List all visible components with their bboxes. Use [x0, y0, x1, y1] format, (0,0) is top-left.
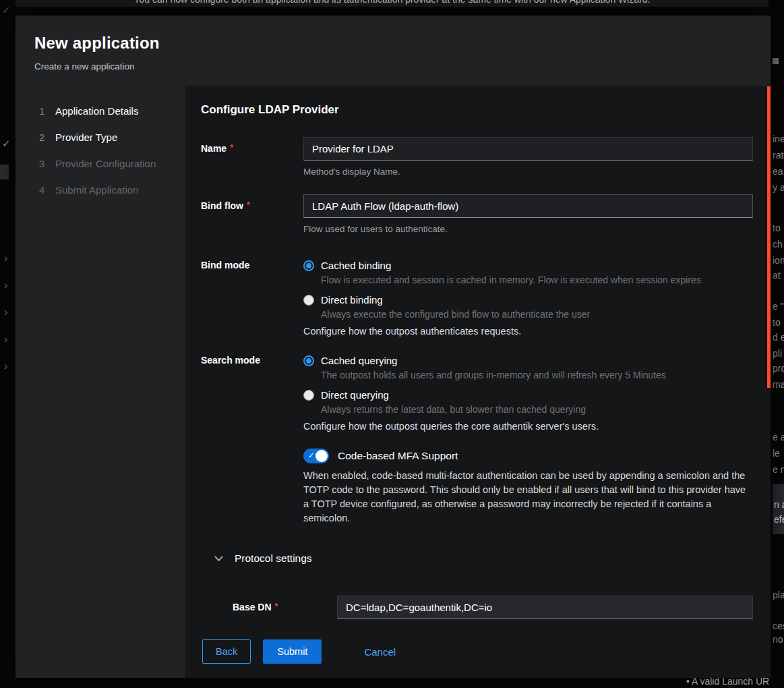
bind-flow-select[interactable] [303, 194, 753, 218]
step-number: 2 [39, 132, 55, 143]
option-label[interactable]: Direct querying [321, 388, 389, 403]
background-text-fragment: pro [773, 363, 784, 374]
step-number: 4 [39, 184, 55, 196]
background-text-fragment: › [4, 333, 7, 345]
background-text-fragment: ion [773, 255, 784, 266]
bind-mode-form-row: Bind mode Cached binding Flow is execute… [201, 258, 753, 338]
toggle-check-icon: ✓ [308, 451, 314, 460]
cancel-button[interactable]: Cancel [364, 646, 396, 658]
step-number: 3 [39, 158, 55, 169]
background-text-fragment: to [773, 317, 781, 328]
background-text-fragment: at [773, 270, 781, 281]
option-label[interactable]: Cached binding [321, 258, 391, 273]
modal-title: New application [34, 34, 752, 53]
bind-flow-form-row: Bind flow* Flow used for users to authen… [201, 194, 753, 234]
modal-body: 1 Application Details 2 Provider Type 3 … [16, 86, 771, 678]
search-mode-label: Search mode [201, 353, 303, 433]
radio-unselected-icon[interactable] [303, 295, 314, 306]
search-mode-form-row: Search mode Cached querying The outpost … [201, 353, 753, 433]
wizard-step-application-details[interactable]: 1 Application Details [16, 98, 185, 124]
radio-selected-icon[interactable] [303, 355, 314, 366]
wizard-footer: Back Submit Cancel [201, 619, 753, 664]
background-text-fragment: ch [773, 239, 783, 250]
required-asterisk: * [230, 143, 233, 152]
background-text-fragment: › [4, 306, 7, 318]
radio-option-direct-binding[interactable]: Direct binding [303, 293, 753, 308]
bind-mode-label: Bind mode [201, 258, 303, 338]
announcement-banner: You can now configure both an applicatio… [16, 0, 768, 7]
base-dn-form-row: Base DN* [233, 596, 753, 619]
back-button[interactable]: Back [202, 639, 251, 664]
background-text-fragment: pla [773, 590, 784, 600]
background-text-fragment: no [773, 634, 783, 645]
radio-option-cached-querying[interactable]: Cached querying [303, 353, 753, 368]
protocol-settings-toggle[interactable]: Protocol settings [214, 551, 753, 566]
bind-flow-field-wrap: Flow used for users to authenticate. [303, 194, 753, 234]
background-text-fragment: › [4, 360, 7, 372]
search-mode-options: Cached querying The outpost holds all us… [303, 353, 753, 433]
step-label: Submit Application [55, 184, 138, 196]
submit-button[interactable]: Submit [263, 639, 322, 664]
wizard-step-content: Configure LDAP Provider Name* Method's d… [185, 86, 771, 678]
name-help-text: Method's display Name. [303, 167, 753, 177]
modal-header: New application Create a new application [16, 16, 771, 86]
name-form-row: Name* Method's display Name. [201, 137, 753, 177]
label-text: Base DN [233, 602, 272, 612]
wizard-step-provider-configuration: 3 Provider Configuration [16, 150, 185, 177]
option-label[interactable]: Cached querying [321, 353, 397, 368]
background-text-fragment: e a [773, 432, 784, 442]
background-text-fragment: ces [773, 621, 784, 631]
mfa-field-wrap: ✓ Code-based MFA Support When enabled, c… [303, 449, 753, 525]
bind-mode-options: Cached binding Flow is executed and sess… [303, 258, 753, 338]
background-text-fragment: ✓ [2, 138, 11, 150]
new-application-wizard-modal: New application Create a new application… [16, 16, 771, 678]
background-text-fragment: › [4, 279, 7, 291]
chevron-down-icon [214, 556, 223, 562]
name-label: Name* [201, 137, 303, 177]
background-square-fragment [773, 58, 779, 64]
background-text-fragment: d e [773, 332, 784, 343]
name-input[interactable] [303, 137, 753, 161]
base-dn-label: Base DN* [233, 596, 337, 619]
background-text-fragment: ✓ [2, 4, 11, 16]
background-text-fragment: › [4, 252, 7, 264]
background-text-fragment: ine [773, 134, 784, 144]
step-label: Application Details [55, 105, 138, 117]
page-title: Configure LDAP Provider [201, 103, 753, 117]
radio-option-cached-binding[interactable]: Cached binding [303, 258, 753, 273]
background-text-fragment: e "o [773, 301, 784, 312]
step-label: Provider Type [55, 132, 117, 143]
scrollbar-thumb[interactable] [767, 86, 771, 388]
wizard-step-submit-application: 4 Submit Application [16, 177, 185, 203]
background-text-fragment: to [773, 223, 781, 233]
base-dn-input[interactable] [337, 596, 753, 619]
background-text-fragment: e n [773, 464, 784, 475]
background-text-fragment: efe [774, 514, 784, 525]
background-text-fragment: rat [773, 150, 783, 161]
background-text-fragment: n a [774, 499, 784, 510]
sidebar-highlight-fragment [0, 165, 9, 179]
name-field-wrap: Method's display Name. [303, 137, 753, 177]
option-description: Flow is executed and session is cached i… [321, 275, 753, 286]
wizard-step-provider-type[interactable]: 2 Provider Type [16, 124, 185, 150]
radio-selected-icon[interactable] [303, 260, 314, 271]
announcement-banner-text: You can now configure both an applicatio… [16, 0, 768, 5]
option-label[interactable]: Direct binding [321, 293, 383, 308]
mfa-toggle-switch[interactable]: ✓ [303, 449, 329, 463]
step-label: Provider Configuration [55, 158, 156, 169]
radio-option-direct-querying[interactable]: Direct querying [303, 388, 753, 403]
modal-subtitle: Create a new application [34, 61, 752, 71]
background-text-fragment: le [773, 448, 780, 459]
option-description: Always execute the configured bind flow … [321, 309, 753, 320]
wizard-steps-nav: 1 Application Details 2 Provider Type 3 … [16, 86, 185, 678]
mfa-toggle-row: ✓ Code-based MFA Support [303, 449, 753, 463]
label-text: Name [201, 143, 227, 154]
mfa-toggle-label[interactable]: Code-based MFA Support [338, 450, 458, 462]
bind-flow-help-text: Flow used for users to authenticate. [303, 224, 753, 234]
mfa-label-spacer [201, 449, 303, 525]
bind-mode-footnote: Configure how the outpost authenticates … [303, 324, 753, 338]
background-text-fragment: y a [773, 182, 784, 193]
protocol-settings-label[interactable]: Protocol settings [235, 552, 312, 565]
radio-unselected-icon[interactable] [303, 390, 314, 401]
toggle-knob [315, 450, 328, 462]
